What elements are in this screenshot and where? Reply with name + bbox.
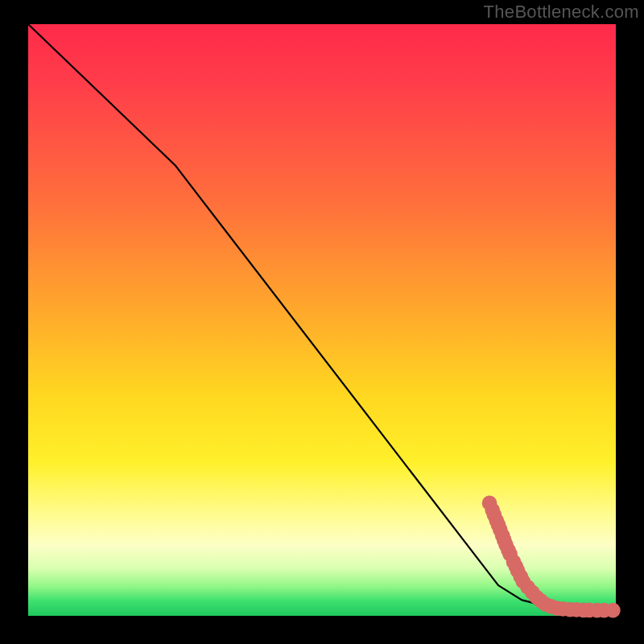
scatter-point [609,605,617,614]
chart-frame: TheBottleneck.com [0,0,644,644]
chart-svg [28,24,616,612]
scatter-points [485,498,617,615]
plot-area [28,24,616,616]
watermark-text: TheBottleneck.com [484,2,639,23]
bottleneck-curve [28,24,616,611]
